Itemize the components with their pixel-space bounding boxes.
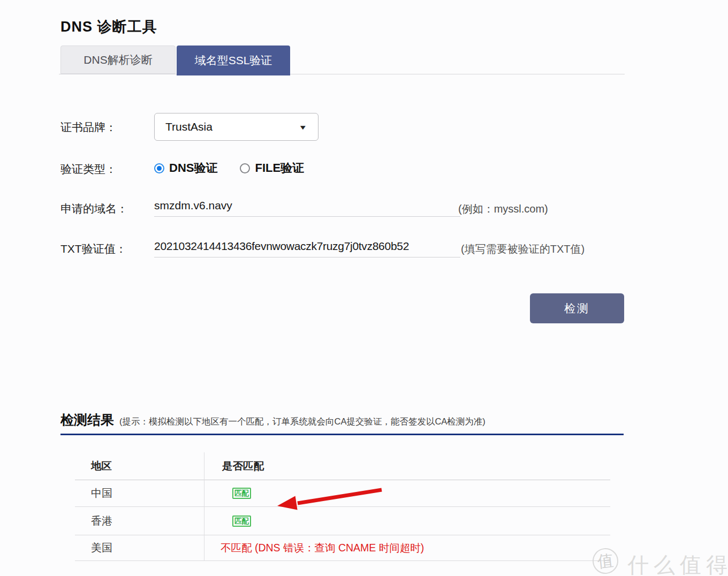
txt-hint: (填写需要被验证的TXT值) bbox=[461, 242, 585, 256]
chevron-down-icon: ▼ bbox=[299, 124, 308, 131]
results-divider bbox=[60, 434, 624, 435]
tab-dns-resolution[interactable]: DNS解析诊断 bbox=[60, 46, 176, 74]
results-hint: (提示：模拟检测以下地区有一个匹配，订单系统就会向CA提交验证，能否签发以CA检… bbox=[119, 416, 486, 428]
dns-tool-page: DNS 诊断工具 DNS解析诊断 域名型SSL验证 证书品牌： TrustAsi… bbox=[0, 0, 728, 576]
txt-value-input[interactable] bbox=[154, 240, 460, 257]
results-title: 检测结果 bbox=[60, 411, 114, 429]
txt-label: TXT验证值： bbox=[60, 241, 127, 256]
domain-hint: (例如：myssl.com) bbox=[458, 202, 548, 216]
verification-type-label: 验证类型： bbox=[60, 162, 117, 177]
region-cell: 中国 bbox=[75, 486, 204, 501]
watermark-text: 什么值得买 bbox=[627, 550, 728, 576]
tabbar-divider bbox=[59, 74, 625, 74]
results-header: 检测结果 (提示：模拟检测以下地区有一个匹配，订单系统就会向CA提交验证，能否签… bbox=[60, 411, 486, 429]
annotation-arrow-icon bbox=[272, 484, 384, 511]
domain-input[interactable] bbox=[154, 199, 460, 217]
region-cell: 香港 bbox=[75, 514, 204, 528]
radio-label: DNS验证 bbox=[169, 160, 217, 176]
verification-type-group: DNS验证 FILE验证 bbox=[154, 160, 304, 176]
column-divider bbox=[204, 452, 204, 561]
region-cell: 美国 bbox=[75, 541, 204, 555]
domain-label: 申请的域名： bbox=[60, 201, 128, 216]
column-header-region: 地区 bbox=[75, 459, 204, 473]
page-title: DNS 诊断工具 bbox=[60, 17, 157, 36]
match-badge: 匹配 bbox=[232, 516, 251, 527]
brand-select[interactable]: TrustAsia ▼ bbox=[154, 113, 318, 141]
column-header-match: 是否匹配 bbox=[204, 459, 610, 473]
mismatch-status-text: 不匹配 (DNS 错误：查询 CNAME 时间超时) bbox=[221, 541, 424, 555]
radio-selected-icon bbox=[154, 163, 164, 173]
brand-select-value: TrustAsia bbox=[165, 120, 213, 133]
tab-label: 域名型SSL验证 bbox=[195, 53, 272, 68]
radio-dns-verification[interactable]: DNS验证 bbox=[154, 160, 217, 176]
radio-file-verification[interactable]: FILE验证 bbox=[240, 160, 304, 176]
detect-button[interactable]: 检测 bbox=[530, 293, 624, 323]
table-header-row: 地区 是否匹配 bbox=[75, 452, 610, 480]
match-badge: 匹配 bbox=[232, 488, 251, 499]
brand-label: 证书品牌： bbox=[60, 120, 117, 135]
radio-unselected-icon bbox=[240, 163, 250, 173]
table-row: 美国 不匹配 (DNS 错误：查询 CNAME 时间超时) bbox=[75, 535, 610, 561]
radio-label: FILE验证 bbox=[255, 160, 304, 176]
tab-domain-ssl-verification[interactable]: 域名型SSL验证 bbox=[177, 46, 290, 75]
tab-label: DNS解析诊断 bbox=[84, 52, 152, 67]
